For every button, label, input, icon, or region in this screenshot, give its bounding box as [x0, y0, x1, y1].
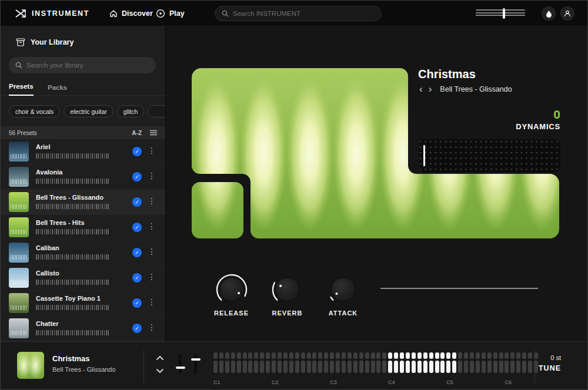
piano-key[interactable]	[464, 352, 468, 373]
mod-fader[interactable]	[191, 354, 201, 374]
filter-chip-clipped[interactable]	[148, 105, 166, 117]
preset-row[interactable]: Chatter✓⋮	[1, 316, 165, 341]
downloaded-check-icon[interactable]: ✓	[132, 298, 142, 308]
fader-handle[interactable]	[176, 367, 185, 369]
sort-button[interactable]: A-Z	[132, 130, 142, 136]
downloaded-check-icon[interactable]: ✓	[132, 248, 142, 257]
preset-row[interactable]: Callisto✓⋮	[1, 265, 165, 291]
preset-menu-button[interactable]: ⋮	[148, 221, 156, 231]
piano-key[interactable]	[336, 352, 340, 373]
filter-chip[interactable]: electric guitar	[64, 105, 113, 117]
piano-key[interactable]	[365, 352, 369, 373]
octave-up-button[interactable]	[155, 353, 165, 362]
piano-key[interactable]	[278, 352, 282, 373]
piano-key[interactable]	[272, 352, 276, 373]
piano-key[interactable]	[213, 352, 218, 373]
piano-key[interactable]	[376, 352, 380, 373]
piano-key[interactable]	[417, 352, 422, 373]
piano-key[interactable]	[231, 352, 235, 373]
piano-key[interactable]	[301, 352, 305, 373]
dynamics-cursor[interactable]	[423, 145, 425, 166]
tab-presets[interactable]: Presets	[9, 83, 34, 96]
piano-key[interactable]	[482, 352, 486, 373]
downloaded-check-icon[interactable]: ✓	[132, 197, 142, 207]
pitch-fader[interactable]	[176, 354, 185, 374]
piano-key[interactable]	[237, 352, 241, 373]
downloaded-check-icon[interactable]: ✓	[132, 324, 142, 333]
piano-key[interactable]	[388, 352, 392, 373]
volume-slider[interactable]	[476, 9, 525, 18]
fader-handle[interactable]	[191, 358, 201, 361]
preset-menu-button[interactable]: ⋮	[148, 322, 156, 332]
your-library[interactable]: Your Library	[16, 38, 74, 46]
piano-key[interactable]	[283, 352, 288, 373]
preset-row[interactable]: Caliban✓⋮	[1, 240, 165, 265]
piano-key[interactable]	[382, 352, 386, 373]
library-search[interactable]	[9, 57, 156, 73]
piano-key[interactable]	[470, 352, 474, 373]
preset-menu-button[interactable]: ⋮	[148, 196, 156, 206]
preset-row[interactable]: Cassette Toy Piano 1✓⋮	[1, 291, 165, 316]
preset-menu-button[interactable]: ⋮	[148, 146, 156, 155]
piano-key[interactable]	[318, 352, 322, 373]
piano-key[interactable]	[493, 352, 497, 373]
preset-menu-button[interactable]: ⋮	[148, 297, 156, 307]
piano-key[interactable]	[266, 352, 270, 373]
piano-key[interactable]	[435, 352, 439, 373]
piano-key[interactable]	[342, 352, 346, 373]
piano-key[interactable]	[440, 352, 445, 373]
nav-play[interactable]: Play	[156, 1, 185, 26]
piano-key[interactable]	[348, 352, 352, 373]
downloaded-check-icon[interactable]: ✓	[132, 172, 142, 181]
piano-key[interactable]	[225, 352, 229, 373]
global-search-input[interactable]	[233, 10, 375, 17]
downloaded-check-icon[interactable]: ✓	[132, 147, 142, 156]
piano-key[interactable]	[324, 352, 328, 373]
preset-row[interactable]: Avalonia✓⋮	[1, 164, 165, 190]
piano-key[interactable]	[412, 352, 416, 373]
library-search-input[interactable]	[26, 62, 149, 69]
filter-chip[interactable]: choir & vocals	[9, 105, 60, 117]
preset-menu-button[interactable]: ⋮	[148, 272, 156, 281]
downloaded-check-icon[interactable]: ✓	[132, 223, 142, 232]
preset-menu-button[interactable]: ⋮	[148, 247, 156, 256]
next-preset-button[interactable]: ›	[427, 85, 433, 93]
piano-key[interactable]	[487, 352, 492, 373]
piano-key[interactable]	[359, 352, 363, 373]
theme-droplet-button[interactable]	[542, 6, 556, 21]
preset-row[interactable]: Bell Trees - Hits✓⋮	[1, 215, 165, 240]
preset-row[interactable]: Ariel✓⋮	[1, 139, 165, 164]
volume-handle[interactable]	[503, 8, 505, 19]
nav-discover[interactable]: Discover	[109, 1, 153, 26]
piano-key[interactable]	[260, 352, 264, 373]
octave-down-button[interactable]	[155, 366, 165, 375]
piano-key[interactable]	[295, 352, 299, 373]
knob-reverb[interactable]: REVERB	[259, 273, 315, 317]
knob-attack[interactable]: ATTACK	[315, 273, 371, 317]
piano-key[interactable]	[330, 352, 334, 373]
piano-key[interactable]	[243, 352, 247, 373]
preset-row[interactable]: Bell Trees - Glissando✓⋮	[1, 190, 165, 215]
piano-key[interactable]	[307, 352, 311, 373]
piano-key[interactable]	[248, 352, 252, 373]
piano-key[interactable]	[452, 352, 456, 373]
piano-key[interactable]	[446, 352, 450, 373]
global-search[interactable]	[215, 6, 382, 21]
piano-key[interactable]	[353, 352, 358, 373]
tab-packs[interactable]: Packs	[48, 84, 67, 96]
piano-key[interactable]	[400, 352, 404, 373]
previous-preset-button[interactable]: ‹	[418, 85, 424, 93]
piano-key[interactable]	[312, 352, 316, 373]
piano-key[interactable]	[458, 352, 462, 373]
brand[interactable]: INSTRUMENT	[15, 1, 89, 26]
downloaded-check-icon[interactable]: ✓	[132, 273, 142, 283]
piano-key[interactable]	[371, 352, 375, 373]
piano-key[interactable]	[289, 352, 293, 373]
piano-key[interactable]	[423, 352, 427, 373]
piano-key[interactable]	[406, 352, 410, 373]
knob-release[interactable]: RELEASE	[203, 273, 259, 317]
piano-key[interactable]	[476, 352, 480, 373]
piano-key[interactable]	[394, 352, 398, 373]
list-view-button[interactable]	[150, 130, 157, 136]
dynamics-pad[interactable]	[419, 139, 560, 172]
